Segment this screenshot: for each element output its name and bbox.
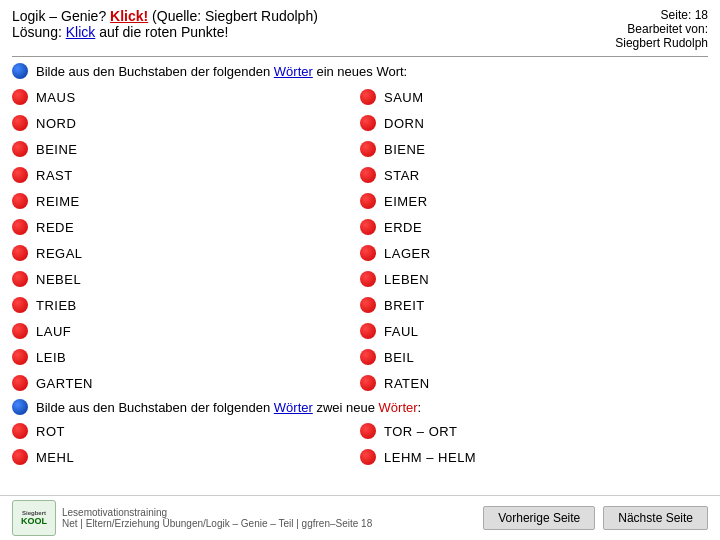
word-row-right: BREIT xyxy=(360,293,708,317)
seite-line: Seite: 18 xyxy=(615,8,708,22)
word-row-left: NORD xyxy=(12,111,360,135)
title-prefix: Logik – Genie? xyxy=(12,8,110,24)
logo-brand: KOOL xyxy=(21,516,47,526)
word-right: LAGER xyxy=(384,246,431,261)
dot-red xyxy=(12,375,28,391)
word-right: ERDE xyxy=(384,220,422,235)
instruction2-text: Bilde aus den Buchstaben der folgenden W… xyxy=(36,400,421,415)
word-left: BEINE xyxy=(36,142,78,157)
word-left: MAUS xyxy=(36,90,76,105)
dot-red xyxy=(360,219,376,235)
dot-red xyxy=(12,219,28,235)
word-left: REDE xyxy=(36,220,74,235)
word-left: LAUF xyxy=(36,324,71,339)
word2-row-right: LEHM – HELM xyxy=(360,445,708,469)
word-row-right: ERDE xyxy=(360,215,708,239)
word-row-right: LEBEN xyxy=(360,267,708,291)
breadcrumb: Net | Eltern/Erziehung Übungen/Logik – G… xyxy=(62,518,372,529)
word-row-right: SAUM xyxy=(360,85,708,109)
dot-red xyxy=(360,245,376,261)
dot-red xyxy=(360,271,376,287)
word2-left: ROT xyxy=(36,424,65,439)
word-right: STAR xyxy=(384,168,420,183)
dot-red xyxy=(12,423,28,439)
header-left: Logik – Genie? Klick! (Quelle: Siegbert … xyxy=(12,8,615,40)
word-right: SAUM xyxy=(384,90,424,105)
dot-red xyxy=(360,89,376,105)
instruction2-row: Bilde aus den Buchstaben der folgenden W… xyxy=(12,399,708,415)
dot-red xyxy=(12,193,28,209)
word-row-right: RATEN xyxy=(360,371,708,395)
roten-suffix: auf die roten Punkte! xyxy=(95,24,228,40)
word-left: TRIEB xyxy=(36,298,77,313)
word-row-left: LEIB xyxy=(12,345,360,369)
word-row-right: STAR xyxy=(360,163,708,187)
word2-row-left: ROT xyxy=(12,419,360,443)
woerter-highlight1: Wörter xyxy=(274,64,313,79)
dot-red xyxy=(360,323,376,339)
header: Logik – Genie? Klick! (Quelle: Siegbert … xyxy=(0,0,720,54)
dot-red xyxy=(360,375,376,391)
word-row-left: NEBEL xyxy=(12,267,360,291)
footer-text-area: Lesemotivationstraining Net | Eltern/Erz… xyxy=(62,507,372,529)
word-row-right: BIENE xyxy=(360,137,708,161)
word-right: EIMER xyxy=(384,194,428,209)
word-row-left: BEINE xyxy=(12,137,360,161)
instruction1-row: Bilde aus den Buchstaben der folgenden W… xyxy=(12,63,708,79)
prev-button[interactable]: Vorherige Seite xyxy=(483,506,595,530)
word-row-right: DORN xyxy=(360,111,708,135)
word-left: NORD xyxy=(36,116,76,131)
word-left: RAST xyxy=(36,168,73,183)
dot-red xyxy=(12,323,28,339)
word-right: LEBEN xyxy=(384,272,429,287)
bearbeitet-name: Siegbert Rudolph xyxy=(615,36,708,50)
word2-row-right: TOR – ORT xyxy=(360,419,708,443)
logo-box: Siegbert KOOL xyxy=(12,500,56,536)
dot-red xyxy=(360,167,376,183)
dot-red xyxy=(360,297,376,313)
word-grid: MAUSSAUMNORDDORNBEINEBIENERASTSTARREIMEE… xyxy=(12,85,708,395)
word-left: REIME xyxy=(36,194,80,209)
word-row-left: GARTEN xyxy=(12,371,360,395)
dot-red xyxy=(12,349,28,365)
seite-number: 18 xyxy=(695,8,708,22)
bearbeitet-label: Bearbeitet von: xyxy=(627,22,708,36)
word2-right: LEHM – HELM xyxy=(384,450,476,465)
word2-left: MEHL xyxy=(36,450,74,465)
word-row-right: BEIL xyxy=(360,345,708,369)
word-row-left: RAST xyxy=(12,163,360,187)
word-left: NEBEL xyxy=(36,272,81,287)
word-row-left: TRIEB xyxy=(12,293,360,317)
word-grid2: ROTTOR – ORTMEHLLEHM – HELM xyxy=(12,419,708,469)
word-right: RATEN xyxy=(384,376,430,391)
klick-blue-label[interactable]: Klick xyxy=(66,24,96,40)
dot-red xyxy=(12,115,28,131)
main-content: Bilde aus den Buchstaben der folgenden W… xyxy=(0,59,720,477)
footer-nav: Vorherige Seite Nächste Seite xyxy=(483,506,708,530)
footer-logo-area: Siegbert KOOL Lesemotivationstraining Ne… xyxy=(12,500,372,536)
title-suffix: (Quelle: Siegbert Rudolph) xyxy=(148,8,318,24)
dot-red xyxy=(12,89,28,105)
dot-red xyxy=(360,423,376,439)
word-row-left: REDE xyxy=(12,215,360,239)
woerter-red: Wörter xyxy=(379,400,418,415)
header-right: Seite: 18 Bearbeitet von: Siegbert Rudol… xyxy=(615,8,708,50)
word-row-right: LAGER xyxy=(360,241,708,265)
instruction2-dot xyxy=(12,399,28,415)
dot-red xyxy=(12,167,28,183)
word-right: BEIL xyxy=(384,350,414,365)
dot-red xyxy=(360,115,376,131)
dot-red xyxy=(12,449,28,465)
dot-red xyxy=(12,271,28,287)
word-left: GARTEN xyxy=(36,376,93,391)
next-button[interactable]: Nächste Seite xyxy=(603,506,708,530)
klick-label: Klick! xyxy=(110,8,148,24)
dot-red xyxy=(12,297,28,313)
word-right: BIENE xyxy=(384,142,426,157)
word-row-left: REGAL xyxy=(12,241,360,265)
woerter-highlight2: Wörter xyxy=(274,400,313,415)
word-left: LEIB xyxy=(36,350,66,365)
word-row-right: EIMER xyxy=(360,189,708,213)
instruction1-dot xyxy=(12,63,28,79)
word-row-left: REIME xyxy=(12,189,360,213)
